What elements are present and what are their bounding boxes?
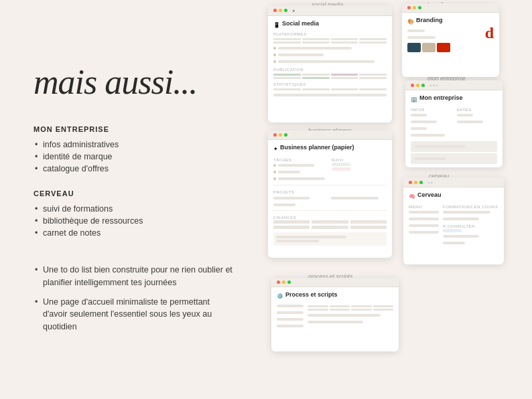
section-list-entreprise: infos administratives identité de marque… xyxy=(34,139,235,175)
mock-cell xyxy=(351,309,372,311)
main-layout: mais aussi... MON ENTREPRISE infos admin… xyxy=(0,0,532,399)
right-panel: social media branding mon entreprise bus… xyxy=(261,0,532,399)
mock-row xyxy=(411,119,452,125)
mock-row xyxy=(273,163,329,168)
mock-row xyxy=(332,163,387,166)
mock-cell xyxy=(302,42,330,44)
mock-row xyxy=(411,112,452,118)
mock-row xyxy=(273,169,329,175)
section-list-cerveau: suivi de formations bibliothèque de ress… xyxy=(34,203,235,239)
mock-cell xyxy=(359,74,387,76)
mock-line xyxy=(278,60,375,63)
dot-yellow xyxy=(413,6,416,9)
card-entreprise-section1: INFOS xyxy=(411,108,452,112)
mock-line xyxy=(409,231,439,234)
card-title-bar-entreprise: ● ● ● xyxy=(429,83,438,87)
mock-row xyxy=(457,119,498,125)
mock-row xyxy=(331,195,387,201)
card-business: ✦ Business planner (papier) TÂCHES xyxy=(268,131,392,258)
mock-row xyxy=(457,112,498,118)
card-cerveau: ● ● 🧠 Cerveau MENU xyxy=(403,177,504,264)
dot-green xyxy=(419,181,423,184)
mock-row xyxy=(273,195,329,201)
card-social-section2: PUBLICATION xyxy=(273,68,387,72)
mock-cell xyxy=(331,74,358,76)
mock-row xyxy=(443,234,498,239)
dot-yellow xyxy=(282,281,285,284)
mock-cell xyxy=(312,220,348,224)
mock-line xyxy=(407,36,436,39)
left-panel: mais aussi... MON ENTREPRISE infos admin… xyxy=(0,0,261,399)
mock-cell xyxy=(331,42,358,44)
mock-line xyxy=(414,157,446,160)
mock-row xyxy=(273,176,329,181)
mock-row xyxy=(273,52,387,58)
mock-cell xyxy=(273,88,301,90)
mock-row xyxy=(308,319,393,325)
business-section4: FINANCES xyxy=(273,216,387,220)
mock-cell xyxy=(350,220,387,224)
card-entreprise-section2: DATES xyxy=(457,108,498,112)
mock-row xyxy=(443,210,498,215)
mock-row xyxy=(443,240,498,246)
mock-cell xyxy=(302,77,330,79)
mock-cell xyxy=(351,305,372,307)
dot-green xyxy=(287,281,291,284)
list-item: identité de marque xyxy=(34,151,235,163)
cerveau-section2: FORMATIONS EN COURS xyxy=(443,205,498,209)
mock-row xyxy=(273,92,387,98)
dot-yellow xyxy=(416,84,419,87)
mock-line xyxy=(457,114,473,116)
main-title: mais aussi... xyxy=(34,62,235,102)
mock-cell xyxy=(330,305,350,307)
extra-bullet-1: Une to do list bien construite pour ne r… xyxy=(34,260,235,293)
mock-cell xyxy=(331,88,358,90)
dot-red xyxy=(411,84,414,87)
swatch-red xyxy=(437,43,450,52)
branding-swatches xyxy=(407,43,450,52)
mock-row xyxy=(273,46,387,51)
mock-line xyxy=(443,235,479,238)
list-item: carnet de notes xyxy=(34,227,235,239)
mock-tag-red xyxy=(332,167,350,171)
dot-yellow xyxy=(279,9,282,12)
card-title-bar-cerveau: ● ● xyxy=(427,180,432,184)
mock-cell xyxy=(312,226,348,229)
mock-row xyxy=(277,317,304,322)
mock-line xyxy=(277,318,304,321)
mock-cell xyxy=(302,38,330,40)
mock-row xyxy=(332,167,387,171)
mock-row xyxy=(308,313,393,318)
dot-red xyxy=(273,133,277,137)
business-section3: PROJETS xyxy=(273,190,387,194)
dot-red xyxy=(277,281,280,284)
mock-line xyxy=(308,314,381,317)
dot-red xyxy=(407,6,411,9)
mock-row xyxy=(409,210,439,215)
card-social: ● 📱 Social media PLATEFORMES xyxy=(268,5,392,123)
mock-line xyxy=(411,121,437,123)
mock-cell xyxy=(273,77,301,79)
mock-line xyxy=(278,47,352,50)
mock-line xyxy=(331,197,379,200)
mock-line xyxy=(277,311,304,314)
mock-line xyxy=(273,204,295,206)
mock-row xyxy=(277,323,304,329)
mock-line xyxy=(276,236,346,238)
branding-letter: d xyxy=(485,25,494,41)
mock-cell xyxy=(373,305,394,307)
mock-cell xyxy=(350,226,387,229)
mock-row xyxy=(411,126,452,131)
mock-row xyxy=(443,216,498,222)
swatch-dark xyxy=(407,43,421,52)
mock-cell xyxy=(359,88,387,90)
card-entreprise: ● ● ● 🏢 Mon entreprise INFOS xyxy=(405,80,503,167)
mock-cell xyxy=(359,38,387,40)
card-social-section3: STATISTIQUES xyxy=(273,82,387,86)
mock-dot xyxy=(273,47,276,50)
mock-line xyxy=(276,240,319,242)
business-section2: SUIVI xyxy=(332,158,387,162)
mock-dot xyxy=(273,164,276,167)
mock-line xyxy=(278,54,324,56)
mock-row xyxy=(409,223,439,228)
